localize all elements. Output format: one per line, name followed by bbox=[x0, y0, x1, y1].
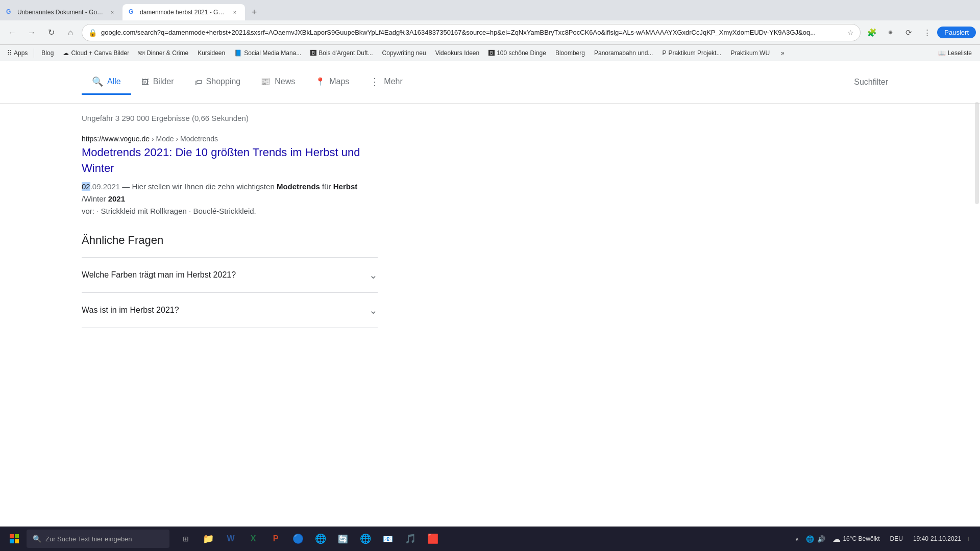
settings-button[interactable]: ⋮ bbox=[919, 24, 935, 41]
sync-button[interactable]: ⟳ bbox=[900, 24, 917, 41]
tab-2[interactable]: G damenmode herbst 2021 - Goo... × bbox=[122, 4, 245, 20]
bookmark-praktikum-label: Praktikum Projekt... bbox=[668, 49, 721, 57]
profile-button[interactable]: Pausiert bbox=[937, 27, 976, 38]
bookmark-cloud-icon: ☁ bbox=[63, 49, 69, 57]
result-domain-1: https://www.vogue.de bbox=[82, 135, 150, 143]
address-text: google.com/search?q=damenmode+herbst+202… bbox=[101, 29, 843, 36]
bookmark-star-icon[interactable]: ☆ bbox=[847, 29, 854, 37]
tab-1-favicon: G bbox=[6, 8, 14, 16]
bookmark-100[interactable]: 🅱 100 schöne Dinge bbox=[484, 48, 550, 58]
alle-label: Alle bbox=[107, 77, 121, 86]
snippet-before: — Hier stellen wir Ihnen die zehn wichti… bbox=[122, 182, 277, 191]
nav-extras: 🧩 ⊕ ⟳ ⋮ Pausiert bbox=[864, 24, 976, 41]
extensions-button[interactable]: 🧩 bbox=[864, 24, 880, 41]
bookmark-bois[interactable]: 🅱 Bois d'Argent Duft... bbox=[306, 48, 377, 58]
search-filter-button[interactable]: Suchfilter bbox=[844, 71, 898, 93]
bookmark-bloomberg[interactable]: Bloomberg bbox=[551, 48, 589, 58]
faq-question-1: Welche Farben trägt man im Herbst 2021? bbox=[82, 270, 236, 280]
result-breadcrumb-1: › Mode › Modetrends bbox=[152, 135, 218, 143]
bookmark-kursideen-label: Kursideen bbox=[198, 49, 225, 57]
mehr-label: Mehr bbox=[384, 77, 402, 86]
similar-questions-title: Ähnliche Fragen bbox=[82, 234, 378, 247]
bilder-label: Bilder bbox=[153, 77, 174, 86]
bookmark-blog[interactable]: Blog bbox=[37, 48, 58, 58]
faq-question-2: Was ist in im Herbst 2021? bbox=[82, 306, 179, 315]
result-snippet-1: 02.09.2021 — Hier stellen wir Ihnen die … bbox=[82, 181, 378, 217]
search-tab-mehr[interactable]: ⋮ Mehr bbox=[359, 69, 412, 95]
apps-label: Apps bbox=[14, 49, 28, 57]
tab-bar: G Unbenanntes Dokument - Goog... × G dam… bbox=[0, 0, 980, 20]
bookmark-bloomberg-label: Bloomberg bbox=[555, 49, 585, 57]
tab-1-close[interactable]: × bbox=[108, 8, 116, 16]
snippet-line2: vor: · Strickkleid mit Rollkragen · Bouc… bbox=[82, 207, 256, 215]
alle-icon: 🔍 bbox=[92, 76, 103, 87]
tab-1[interactable]: G Unbenanntes Dokument - Goog... × bbox=[0, 4, 122, 20]
apps-bookmark[interactable]: ⠿ Apps bbox=[4, 48, 31, 58]
bookmark-more[interactable]: » bbox=[777, 48, 789, 58]
bookmark-dinner-label: Dinner & Crime bbox=[146, 49, 188, 57]
reading-list-button[interactable]: 📖 Leseliste bbox=[934, 48, 976, 58]
bookmark-copy-label: Copywriting neu bbox=[382, 49, 426, 57]
search-tab-shopping[interactable]: 🏷 Shopping bbox=[184, 71, 251, 94]
bookmark-copy[interactable]: Copywriting neu bbox=[378, 48, 430, 58]
shopping-icon: 🏷 bbox=[194, 78, 202, 86]
bilder-icon: 🖼 bbox=[141, 78, 149, 86]
bookmark-bois-icon: 🅱 bbox=[310, 49, 316, 57]
search-nav: 🔍 Alle 🖼 Bilder 🏷 Shopping 📰 News 📍 Maps… bbox=[0, 61, 980, 104]
mehr-icon: ⋮ bbox=[370, 76, 380, 88]
home-button[interactable]: ⌂ bbox=[62, 24, 79, 41]
bookmark-wu[interactable]: Praktikum WU bbox=[726, 48, 774, 58]
tab-2-close[interactable]: × bbox=[231, 8, 239, 16]
bookmark-social-icon: 📘 bbox=[234, 49, 242, 57]
result-url-1: https://www.vogue.de › Mode › Modetrends bbox=[82, 135, 378, 143]
search-tab-maps[interactable]: 📍 Maps bbox=[305, 71, 359, 94]
faq-item-2[interactable]: Was ist in im Herbst 2021? ⌄ bbox=[82, 293, 378, 328]
scrollbar[interactable] bbox=[975, 102, 979, 204]
bookmark-social[interactable]: 📘 Social Media Mana... bbox=[230, 48, 305, 58]
nav-bar: ← → ↻ ⌂ 🔒 google.com/search?q=damenmode+… bbox=[0, 20, 980, 45]
bookmark-bois-label: Bois d'Argent Duft... bbox=[318, 49, 373, 57]
bookmark-praktikum[interactable]: P Praktikum Projekt... bbox=[658, 48, 725, 58]
bookmark-kursideen[interactable]: Kursideen bbox=[193, 48, 229, 58]
snippet-date-rest: .09.2021 bbox=[90, 182, 120, 191]
new-tab-button[interactable]: + bbox=[247, 5, 261, 19]
bookmark-separator bbox=[34, 48, 34, 58]
faq-chevron-2: ⌄ bbox=[369, 304, 378, 316]
bookmark-panorama[interactable]: Panoramabahn und... bbox=[590, 48, 657, 58]
reload-button[interactable]: ↻ bbox=[43, 24, 59, 41]
bookmark-praktikum-icon: P bbox=[662, 49, 666, 57]
similar-questions-section: Ähnliche Fragen Welche Farben trägt man … bbox=[82, 234, 378, 328]
zoom-button[interactable]: ⊕ bbox=[882, 24, 898, 41]
bookmark-cloud[interactable]: ☁ Cloud + Canva Bilder bbox=[59, 48, 133, 58]
bookmark-wu-label: Praktikum WU bbox=[730, 49, 770, 57]
snippet-bold3: 2021 bbox=[108, 194, 125, 203]
faq-item-1[interactable]: Welche Farben trägt man im Herbst 2021? … bbox=[82, 258, 378, 293]
back-button[interactable]: ← bbox=[4, 24, 20, 41]
main-content: 🔍 Alle 🖼 Bilder 🏷 Shopping 📰 News 📍 Maps… bbox=[0, 61, 980, 338]
shopping-label: Shopping bbox=[206, 77, 241, 86]
bookmark-100-label: 100 schöne Dinge bbox=[497, 49, 546, 57]
forward-button[interactable]: → bbox=[23, 24, 40, 41]
bookmarks-bar: ⠿ Apps Blog ☁ Cloud + Canva Bilder 🍽 Din… bbox=[0, 45, 980, 61]
search-tab-news[interactable]: 📰 News bbox=[251, 71, 305, 94]
faq-chevron-1: ⌄ bbox=[369, 269, 378, 281]
bookmark-cloud-label: Cloud + Canva Bilder bbox=[71, 49, 129, 57]
search-tab-bilder[interactable]: 🖼 Bilder bbox=[131, 71, 184, 94]
snippet-date-selected: 02.09.2021 bbox=[82, 182, 120, 191]
tab-2-title: damenmode herbst 2021 - Goo... bbox=[140, 9, 228, 16]
search-tab-alle[interactable]: 🔍 Alle bbox=[82, 70, 131, 95]
bookmark-100-icon: 🅱 bbox=[488, 49, 495, 57]
bookmark-video[interactable]: Videokurs Ideen bbox=[431, 48, 484, 58]
bookmark-panorama-label: Panoramabahn und... bbox=[594, 49, 653, 57]
results-area: Ungefähr 3 290 000 Ergebnisse (0,66 Seku… bbox=[0, 104, 459, 338]
address-bar[interactable]: 🔒 google.com/search?q=damenmode+herbst+2… bbox=[82, 24, 861, 41]
bookmark-dinner[interactable]: 🍽 Dinner & Crime bbox=[134, 48, 192, 58]
leselist-icon: 📖 bbox=[938, 49, 946, 57]
result-item-1: https://www.vogue.de › Mode › Modetrends… bbox=[82, 135, 378, 217]
results-count: Ungefähr 3 290 000 Ergebnisse (0,66 Seku… bbox=[82, 114, 378, 122]
tab-2-favicon: G bbox=[129, 8, 137, 16]
bookmark-video-label: Videokurs Ideen bbox=[435, 49, 480, 57]
snippet-after: /Winter bbox=[82, 194, 108, 203]
maps-icon: 📍 bbox=[315, 77, 325, 86]
result-title-1[interactable]: Modetrends 2021: Die 10 größten Trends i… bbox=[82, 145, 378, 177]
